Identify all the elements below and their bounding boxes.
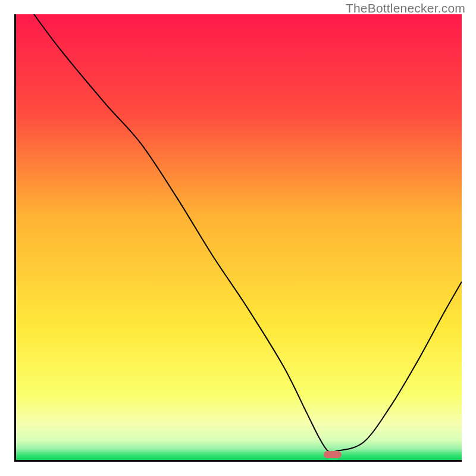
- curve-layer: [16, 14, 462, 460]
- bottleneck-chart: TheBottlenecker.com: [0, 0, 476, 476]
- watermark-text: TheBottlenecker.com: [346, 1, 465, 15]
- optimal-marker: [324, 451, 342, 458]
- plot-area: [14, 14, 462, 462]
- bottleneck-curve: [34, 14, 462, 452]
